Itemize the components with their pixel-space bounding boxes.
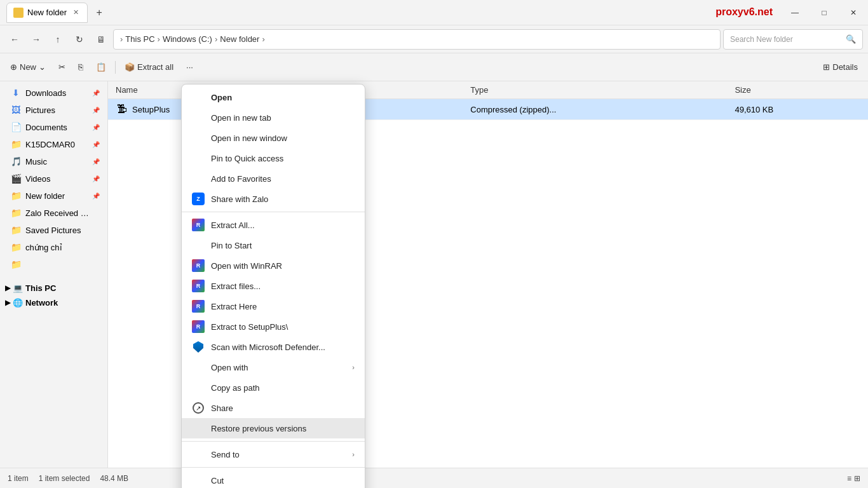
sidebar-label-documents: Documents bbox=[25, 123, 67, 132]
cm-open-label: Open bbox=[211, 93, 355, 102]
close-button[interactable]: ✕ bbox=[839, 0, 868, 25]
extract-all-button[interactable]: 📦 Extract all bbox=[119, 58, 179, 77]
cm-open[interactable]: Open bbox=[182, 87, 365, 107]
sidebar-item-downloads[interactable]: ⬇ Downloads 📌 bbox=[3, 85, 105, 101]
cut-button[interactable]: ✂ bbox=[53, 58, 71, 77]
col-type[interactable]: Type bbox=[463, 81, 727, 99]
sidebar-thispc-section[interactable]: ▶ 💻 This PC bbox=[0, 281, 107, 295]
active-tab[interactable]: New folder ✕ bbox=[6, 3, 88, 23]
saved-pictures-icon: 📁 bbox=[10, 224, 22, 236]
up-button[interactable]: ↑ bbox=[48, 30, 67, 49]
copy-as-path-icon bbox=[192, 381, 205, 394]
new-icon: ⊕ bbox=[10, 62, 17, 72]
sidebar-item-chungchi[interactable]: 📁 chứng chỉ bbox=[3, 239, 105, 255]
paste-button[interactable]: 📋 bbox=[91, 58, 111, 77]
sidebar-item-k15dcmar0[interactable]: 📁 K15DCMAR0 📌 bbox=[3, 136, 105, 152]
cm-send-to[interactable]: Send to › bbox=[182, 444, 365, 464]
new-button[interactable]: ⊕ New ⌄ bbox=[5, 58, 51, 77]
sidebar-item-videos[interactable]: 🎬 Videos 📌 bbox=[3, 170, 105, 187]
send-to-arrow: › bbox=[352, 451, 355, 458]
cm-extract-files-label: Extract files... bbox=[211, 281, 355, 291]
sidebar-label-saved-pictures: Saved Pictures bbox=[25, 226, 81, 235]
sidebar-item-empty[interactable]: 📁 bbox=[3, 256, 105, 273]
winrar-brand-icon5: R bbox=[192, 320, 205, 333]
toolbar: ⊕ New ⌄ ✂ ⎘ 📋 📦 Extract all ··· ⊞ Detail… bbox=[0, 53, 868, 81]
address-sep3: › bbox=[215, 34, 217, 44]
extract-to-icon: R bbox=[192, 320, 205, 333]
cm-sep2 bbox=[182, 441, 365, 442]
address-newfolder[interactable]: New folder bbox=[220, 34, 259, 44]
status-bar: 1 item 1 item selected 48.4 MB ≡ ⊞ bbox=[0, 468, 868, 488]
cm-share[interactable]: ↗ Share bbox=[182, 398, 365, 418]
cm-open-new-tab[interactable]: Open in new tab bbox=[182, 107, 365, 128]
empty-folder-icon: 📁 bbox=[10, 259, 22, 270]
cm-extract-files[interactable]: R Extract files... bbox=[182, 276, 365, 296]
minimize-button[interactable]: — bbox=[780, 0, 810, 25]
list-view-button[interactable]: ≡ bbox=[847, 474, 851, 483]
tab-label: New folder bbox=[27, 8, 67, 17]
cm-sep3 bbox=[182, 467, 365, 468]
back-button[interactable]: ← bbox=[5, 30, 24, 49]
open-with-arrow: › bbox=[352, 363, 355, 371]
cm-extract-all[interactable]: R Extract All... bbox=[182, 215, 365, 235]
thispc-label: This PC bbox=[25, 283, 56, 293]
open-with-icon bbox=[192, 361, 205, 374]
cm-cut[interactable]: Cut bbox=[182, 470, 365, 488]
cm-extract-all-label: Extract All... bbox=[211, 220, 355, 230]
forward-button[interactable]: → bbox=[27, 30, 46, 49]
restore-versions-icon bbox=[192, 422, 205, 435]
extract-all-icon: R bbox=[192, 219, 205, 231]
zip-file-icon: 🗜 bbox=[116, 103, 128, 116]
more-button[interactable]: ··· bbox=[181, 58, 198, 77]
paste-icon: 📋 bbox=[96, 62, 106, 72]
grid-view-button[interactable]: ⊞ bbox=[854, 474, 860, 483]
cm-add-favorites[interactable]: Add to Favorites bbox=[182, 168, 365, 189]
sidebar-item-zalo[interactable]: 📁 Zalo Received Fil bbox=[3, 205, 105, 221]
defender-shield-icon bbox=[193, 341, 203, 353]
cm-restore-versions[interactable]: Restore previous versions bbox=[182, 418, 365, 438]
cm-share-label: Share bbox=[211, 403, 355, 413]
cm-share-zalo[interactable]: Z Share with Zalo bbox=[182, 189, 365, 209]
add-favorites-icon bbox=[192, 172, 205, 185]
address-thispc[interactable]: This PC bbox=[125, 34, 154, 44]
sidebar: ⬇ Downloads 📌 🖼 Pictures 📌 📄 Documents 📌… bbox=[0, 81, 108, 468]
sidebar-label-k15dcmar0: K15DCMAR0 bbox=[25, 140, 75, 149]
more-icon: ··· bbox=[186, 62, 193, 72]
address-bar[interactable]: › This PC › Windows (C:) › New folder › bbox=[113, 29, 721, 50]
cm-open-new-window[interactable]: Open in new window bbox=[182, 128, 365, 148]
cm-extract-to[interactable]: R Extract to SetupPlus\ bbox=[182, 316, 365, 337]
sidebar-item-newfolder[interactable]: 📁 New folder 📌 bbox=[3, 187, 105, 204]
cm-pin-quick-access-label: Pin to Quick access bbox=[211, 154, 355, 163]
sidebar-item-pictures[interactable]: 🖼 Pictures 📌 bbox=[3, 102, 105, 118]
search-bar[interactable]: Search New folder 🔍 bbox=[723, 29, 863, 50]
address-windowsc[interactable]: Windows (C:) bbox=[163, 34, 212, 44]
cm-open-winrar[interactable]: R Open with WinRAR bbox=[182, 255, 365, 276]
col-size[interactable]: Size bbox=[727, 81, 868, 99]
status-view-controls: ≡ ⊞ bbox=[847, 474, 860, 483]
cm-pin-quick-access[interactable]: Pin to Quick access bbox=[182, 148, 365, 168]
file-size: 49,610 KB bbox=[727, 99, 868, 120]
cm-extract-to-label: Extract to SetupPlus\ bbox=[211, 322, 355, 332]
refresh-button[interactable]: ↻ bbox=[70, 30, 89, 49]
pin-icon-newfolder: 📌 bbox=[92, 193, 100, 200]
copy-button[interactable]: ⎘ bbox=[73, 58, 88, 77]
cm-scan-defender[interactable]: Scan with Microsoft Defender... bbox=[182, 337, 365, 357]
cm-copy-as-path[interactable]: Copy as path bbox=[182, 377, 365, 398]
tab-close-button[interactable]: ✕ bbox=[71, 8, 81, 18]
sidebar-item-saved-pictures[interactable]: 📁 Saved Pictures bbox=[3, 222, 105, 238]
sidebar-item-music[interactable]: 🎵 Music 📌 bbox=[3, 153, 105, 170]
window-controls: — □ ✕ bbox=[780, 0, 868, 25]
cm-extract-here[interactable]: R Extract Here bbox=[182, 296, 365, 316]
cm-pin-start[interactable]: Pin to Start bbox=[182, 235, 365, 255]
sidebar-label-pictures: Pictures bbox=[25, 105, 55, 115]
cm-send-to-label: Send to bbox=[211, 450, 346, 459]
monitor-button[interactable]: 🖥 bbox=[92, 30, 111, 49]
cm-open-with[interactable]: Open with › bbox=[182, 357, 365, 377]
zalo-brand-icon: Z bbox=[192, 193, 205, 205]
sidebar-network-section[interactable]: ▶ 🌐 Network bbox=[0, 295, 107, 310]
new-tab-button[interactable]: + bbox=[90, 4, 108, 22]
cm-scan-defender-label: Scan with Microsoft Defender... bbox=[211, 342, 355, 352]
details-button[interactable]: ⊞ Details bbox=[818, 58, 863, 77]
maximize-button[interactable]: □ bbox=[810, 0, 839, 25]
sidebar-item-documents[interactable]: 📄 Documents 📌 bbox=[3, 119, 105, 135]
